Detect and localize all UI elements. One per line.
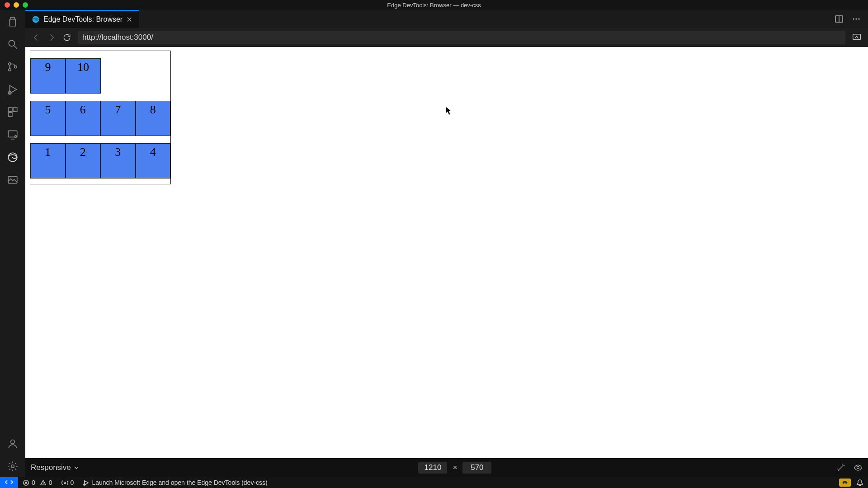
split-editor-icon[interactable]	[835, 14, 844, 23]
svg-point-25	[845, 482, 847, 483]
svg-point-2	[9, 69, 11, 71]
svg-point-3	[14, 66, 17, 68]
notifications-bell-icon[interactable]	[856, 479, 863, 486]
status-bar: 0 0 0 Launch Microsoft Edge and open the…	[0, 477, 868, 488]
eye-icon[interactable]	[854, 463, 863, 472]
flex-row: 9 10	[30, 51, 170, 94]
nav-forward-icon[interactable]	[47, 33, 56, 42]
flex-item: 6	[66, 101, 101, 136]
flex-item: 7	[100, 101, 136, 136]
explorer-icon[interactable]	[6, 15, 19, 28]
activity-bar	[0, 10, 25, 477]
problems-errors[interactable]: 0	[18, 479, 40, 486]
flex-demo-container: 9 10 5 6 7 8 1 2 3 4	[30, 51, 171, 184]
search-icon[interactable]	[6, 38, 19, 51]
warning-count: 0	[49, 479, 52, 486]
svg-rect-7	[8, 113, 12, 117]
device-mode-label: Responsive	[31, 463, 71, 472]
svg-point-20	[857, 467, 859, 469]
ports-count: 0	[71, 479, 74, 486]
svg-point-24	[843, 482, 844, 483]
svg-point-22	[64, 482, 66, 483]
flex-item: 4	[136, 143, 171, 178]
svg-point-17	[855, 18, 857, 19]
viewport-width-input[interactable]	[418, 462, 447, 474]
flex-row: 5 6 7 8	[30, 94, 170, 136]
device-emulation-bar: Responsive ×	[25, 458, 868, 477]
mouse-cursor-icon	[445, 106, 452, 115]
close-window-icon[interactable]	[5, 2, 10, 8]
address-input[interactable]	[82, 33, 841, 42]
debug-task-status[interactable]: Launch Microsoft Edge and open the Edge …	[78, 479, 272, 486]
zoom-window-icon[interactable]	[23, 2, 28, 8]
titlebar: Edge DevTools: Browser — dev-css	[0, 0, 868, 10]
reload-icon[interactable]	[62, 33, 71, 42]
dimension-separator: ×	[453, 463, 457, 472]
problems-warnings[interactable]: 0	[40, 479, 57, 486]
nav-back-icon[interactable]	[32, 33, 41, 42]
copilot-icon[interactable]	[839, 479, 851, 487]
edge-tools-icon[interactable]	[6, 151, 19, 164]
forwarded-ports[interactable]: 0	[57, 479, 79, 486]
remote-explorer-icon[interactable]	[6, 128, 19, 141]
svg-rect-19	[853, 34, 861, 40]
flex-row: 1 2 3 4	[30, 136, 170, 178]
flex-item: 5	[30, 101, 66, 136]
tabbar-actions	[835, 10, 868, 28]
flex-item: 8	[136, 101, 171, 136]
svg-point-18	[858, 18, 859, 19]
accounts-icon[interactable]	[6, 437, 19, 450]
tab-label: Edge DevTools: Browser	[43, 15, 123, 23]
source-control-icon[interactable]	[6, 61, 19, 73]
traffic-lights	[0, 2, 28, 8]
svg-point-0	[9, 40, 14, 46]
viewport-height-input[interactable]	[462, 462, 491, 474]
edge-icon	[32, 15, 40, 23]
close-tab-icon[interactable]	[126, 16, 132, 23]
svg-point-1	[9, 63, 11, 65]
page-viewport[interactable]: 9 10 5 6 7 8 1 2 3 4	[25, 47, 868, 458]
run-debug-icon[interactable]	[6, 83, 19, 96]
svg-point-16	[853, 18, 854, 19]
device-mode-select[interactable]: Responsive	[31, 463, 79, 472]
flex-item: 3	[100, 143, 136, 178]
extensions-icon[interactable]	[6, 106, 19, 118]
gallery-icon[interactable]	[6, 174, 19, 186]
toggle-screencast-icon[interactable]	[852, 33, 862, 42]
svg-point-9	[14, 136, 16, 137]
svg-rect-5	[8, 108, 12, 112]
editor-tab-bar: Edge DevTools: Browser	[25, 10, 868, 28]
error-count: 0	[32, 479, 35, 486]
flex-item: 1	[30, 143, 66, 178]
chevron-down-icon	[74, 465, 79, 470]
settings-gear-icon[interactable]	[6, 460, 19, 473]
svg-point-13	[11, 465, 14, 468]
browser-toolbar	[25, 28, 868, 47]
debug-task-label: Launch Microsoft Edge and open the Edge …	[92, 479, 267, 486]
more-actions-icon[interactable]	[852, 14, 861, 23]
remote-indicator[interactable]	[0, 477, 18, 488]
svg-rect-6	[13, 108, 17, 112]
minimize-window-icon[interactable]	[14, 2, 19, 8]
svg-rect-8	[8, 131, 17, 137]
flex-item: 9	[30, 58, 66, 94]
window-title: Edge DevTools: Browser — dev-css	[0, 2, 868, 9]
flex-item: 2	[66, 143, 101, 178]
svg-point-12	[11, 440, 15, 444]
address-bar[interactable]	[78, 31, 845, 44]
tab-edge-devtools-browser[interactable]: Edge DevTools: Browser	[25, 10, 139, 28]
flex-item: 10	[66, 58, 101, 94]
magic-wand-icon[interactable]	[836, 463, 845, 472]
